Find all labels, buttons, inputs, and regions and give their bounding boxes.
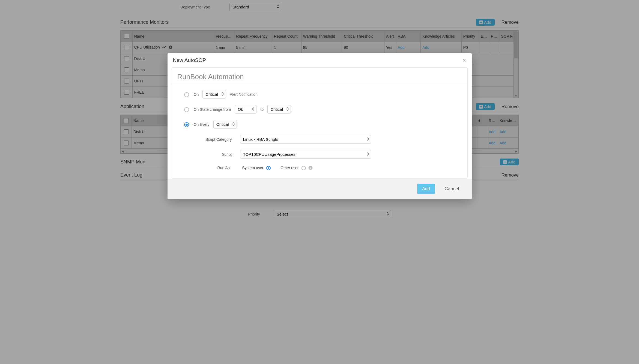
- trigger-on-radio[interactable]: [184, 92, 189, 97]
- runas-system-radio[interactable]: [266, 166, 271, 170]
- every-severity-select[interactable]: Critical: [213, 120, 237, 129]
- modal-add-button[interactable]: Add: [417, 184, 435, 194]
- runas-other-radio[interactable]: [301, 166, 306, 170]
- card-title: RunBook Automation: [177, 73, 462, 81]
- runas-other-label: Other user: [280, 166, 298, 170]
- runas-system-label: System user: [242, 166, 264, 170]
- script-category-label: Script Category: [177, 137, 232, 142]
- on-label: On: [194, 92, 199, 97]
- close-icon[interactable]: ×: [462, 57, 466, 64]
- on-suffix-label: Alert Notification: [230, 92, 258, 97]
- modal-backdrop: New AutoSOP × RunBook Automation On Crit…: [0, 0, 639, 221]
- to-label: to: [260, 107, 264, 112]
- state-from-select[interactable]: Ok: [235, 105, 256, 114]
- every-label: On Every: [194, 122, 210, 127]
- trigger-state-radio[interactable]: [184, 107, 189, 112]
- on-severity-select[interactable]: Critical: [202, 90, 226, 99]
- info-icon: i: [308, 166, 313, 170]
- trigger-every-radio[interactable]: [184, 122, 189, 127]
- runas-label: Run As :: [188, 166, 232, 170]
- script-category-select[interactable]: Linux - RBA Scripts: [240, 135, 371, 144]
- state-to-select[interactable]: Critical: [267, 105, 291, 114]
- modal-title: New AutoSOP: [173, 57, 206, 63]
- modal-cancel-button[interactable]: Cancel: [443, 184, 461, 194]
- script-select[interactable]: TOP10CPUUsageProcesses: [240, 150, 371, 159]
- state-change-label: On State change from: [194, 107, 231, 112]
- autosop-modal: New AutoSOP × RunBook Automation On Crit…: [168, 53, 472, 199]
- script-label: Script: [177, 152, 232, 157]
- svg-text:i: i: [310, 166, 311, 169]
